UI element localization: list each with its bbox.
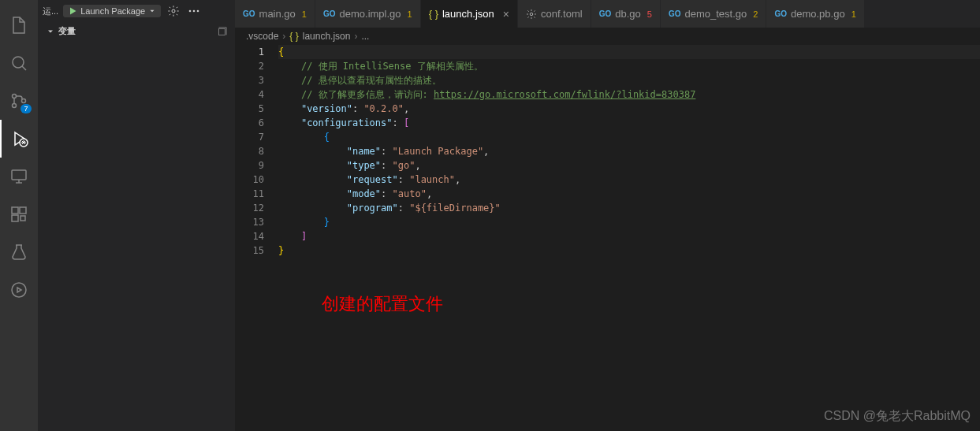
tab-label: demo.pb.go xyxy=(791,8,845,20)
variables-label: 变量 xyxy=(58,25,76,37)
svg-point-3 xyxy=(22,99,26,103)
line-number: 4 xyxy=(235,87,264,102)
breadcrumb[interactable]: .vscode › { } launch.json › ... xyxy=(235,28,980,45)
chevron-down-icon xyxy=(46,27,55,36)
tab-demo-impl-go[interactable]: GOdemo.impl.go1 xyxy=(315,0,421,28)
run-debug-title: 运... xyxy=(43,6,58,17)
svg-point-10 xyxy=(12,283,26,297)
problems-badge: 1 xyxy=(408,9,412,19)
more-icon[interactable] xyxy=(186,3,202,19)
json-icon: { } xyxy=(429,8,438,20)
svg-point-11 xyxy=(172,9,175,13)
line-number: 15 xyxy=(235,243,264,258)
tab-label: db.go xyxy=(615,8,641,20)
gear-icon[interactable] xyxy=(166,3,181,19)
tab-label: main.go xyxy=(259,8,296,20)
tab-conf-toml[interactable]: conf.toml xyxy=(518,0,591,28)
line-number: 2 xyxy=(235,59,264,73)
tab-label: demo_test.go xyxy=(684,8,747,20)
remote-explorer-icon[interactable] xyxy=(0,158,38,195)
launch-config-selector[interactable]: Launch Package xyxy=(63,5,161,17)
tab-bar: GOmain.go1GOdemo.impl.go1{ }launch.json×… xyxy=(235,0,980,28)
config-name-label: Launch Package xyxy=(80,6,145,16)
line-number: 12 xyxy=(235,201,264,215)
chevron-down-icon xyxy=(148,7,156,15)
scm-badge: 7 xyxy=(20,104,32,113)
tab-demo-pb-go[interactable]: GOdemo.pb.go1 xyxy=(766,0,864,28)
line-number: 10 xyxy=(235,173,264,187)
svg-rect-9 xyxy=(20,216,25,221)
problems-badge: 1 xyxy=(851,9,856,19)
annotation-text: 创建的配置文件 xyxy=(322,297,443,311)
close-icon[interactable]: × xyxy=(503,8,509,20)
debug-toolbar: 运... Launch Package xyxy=(38,0,235,22)
extra-icon[interactable] xyxy=(0,271,38,309)
svg-point-14 xyxy=(197,10,199,13)
svg-rect-6 xyxy=(12,207,18,214)
play-icon xyxy=(68,6,77,16)
editor-area: GOmain.go1GOdemo.impl.go1{ }launch.json×… xyxy=(235,0,980,431)
svg-rect-8 xyxy=(12,215,18,221)
line-number: 8 xyxy=(235,144,264,158)
activity-bar: 7 xyxy=(0,0,38,431)
collapse-all-icon[interactable] xyxy=(216,26,227,37)
line-number: 9 xyxy=(235,158,264,173)
svg-rect-15 xyxy=(219,28,225,35)
extensions-icon[interactable] xyxy=(0,195,38,233)
debug-sidebar: 运... Launch Package 变量 xyxy=(38,0,235,431)
go-icon: GO xyxy=(669,9,681,18)
tab-main-go[interactable]: GOmain.go1 xyxy=(235,0,315,28)
svg-point-13 xyxy=(193,10,196,13)
problems-badge: 1 xyxy=(302,9,307,19)
breadcrumb-trail: ... xyxy=(361,31,369,42)
svg-point-0 xyxy=(13,57,24,68)
svg-point-16 xyxy=(530,13,533,16)
svg-rect-7 xyxy=(20,207,26,214)
chevron-right-icon: › xyxy=(282,31,285,42)
watermark-text: CSDN @兔老大RabbitMQ xyxy=(824,408,971,425)
testing-icon[interactable] xyxy=(0,233,38,271)
line-number: 14 xyxy=(235,229,264,243)
json-icon: { } xyxy=(289,31,298,42)
line-number: 5 xyxy=(235,102,264,116)
line-number: 13 xyxy=(235,215,264,229)
tab-label: demo.impl.go xyxy=(340,8,401,20)
tab-label: conf.toml xyxy=(541,8,583,20)
search-icon[interactable] xyxy=(0,44,38,82)
line-numbers: 123456789101112131415 xyxy=(235,45,278,431)
line-number: 11 xyxy=(235,187,264,201)
tab-launch-json[interactable]: { }launch.json× xyxy=(421,0,518,28)
variables-section-header[interactable]: 变量 xyxy=(38,22,235,40)
line-number: 1 xyxy=(235,45,264,59)
problems-badge: 5 xyxy=(647,9,652,19)
tab-demo_test-go[interactable]: GOdemo_test.go2 xyxy=(661,0,766,28)
run-debug-icon[interactable] xyxy=(0,120,38,158)
tab-label: launch.json xyxy=(442,8,494,20)
source-control-icon[interactable]: 7 xyxy=(0,82,38,120)
svg-point-12 xyxy=(189,10,192,13)
svg-rect-5 xyxy=(12,170,26,180)
code-content[interactable]: { // 使用 IntelliSense 了解相关属性。 // 悬停以查看现有属… xyxy=(278,45,980,431)
breadcrumb-file: launch.json xyxy=(303,31,351,42)
line-number: 6 xyxy=(235,116,264,130)
line-number: 3 xyxy=(235,73,264,87)
go-icon: GO xyxy=(774,9,787,18)
go-icon: GO xyxy=(323,9,336,18)
tab-db-go[interactable]: GOdb.go5 xyxy=(591,0,661,28)
svg-point-2 xyxy=(13,104,17,108)
explorer-icon[interactable] xyxy=(0,6,38,44)
problems-badge: 2 xyxy=(753,9,758,19)
line-number: 7 xyxy=(235,130,264,144)
gear-icon xyxy=(526,9,537,20)
go-icon: GO xyxy=(599,9,612,18)
svg-point-1 xyxy=(13,95,17,98)
code-editor[interactable]: 123456789101112131415 { // 使用 IntelliSen… xyxy=(235,45,980,431)
chevron-right-icon: › xyxy=(354,31,357,42)
breadcrumb-folder: .vscode xyxy=(246,31,278,42)
go-icon: GO xyxy=(243,9,255,18)
